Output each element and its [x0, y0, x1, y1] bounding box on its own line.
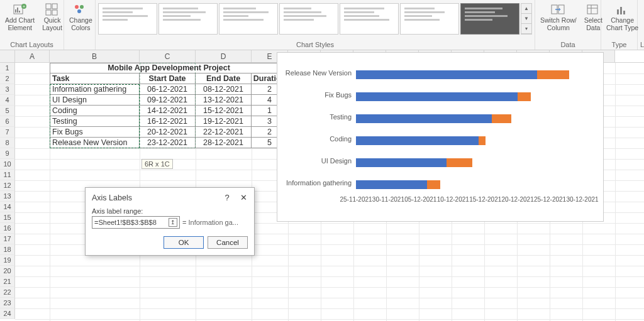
table-cell[interactable]: 08-12-2021: [196, 84, 252, 95]
select-all-corner[interactable]: [0, 50, 15, 63]
switch-icon: [550, 3, 567, 16]
row-header[interactable]: 19: [0, 255, 15, 266]
table-cell[interactable]: Fix Bugs: [50, 127, 140, 138]
table-cell[interactable]: 13-12-2021: [196, 95, 252, 106]
worksheet[interactable]: ABCDEFGHIJKLMNO 123456789101112131415161…: [0, 50, 644, 321]
row-header[interactable]: 15: [0, 212, 15, 223]
style-thumb[interactable]: [279, 3, 338, 35]
row-header[interactable]: 17: [0, 234, 15, 244]
move-chart-button[interactable]: Mo Ch: [640, 1, 644, 33]
quick-layout-button[interactable]: Quick Layout: [40, 1, 65, 33]
table-cell[interactable]: 06-12-2021: [140, 84, 196, 95]
table-cell[interactable]: Testing: [50, 116, 140, 127]
row-header[interactable]: 1: [0, 63, 15, 73]
row-header[interactable]: 16: [0, 223, 15, 234]
ok-button[interactable]: OK: [164, 236, 204, 249]
table-cell[interactable]: 16-12-2021: [140, 116, 196, 127]
ribbon: + Add Chart Element Quick Layout Chart L…: [0, 0, 644, 50]
cancel-button[interactable]: Cancel: [208, 236, 248, 249]
table-cell[interactable]: 22-12-2021: [196, 127, 252, 138]
svg-point-11: [80, 5, 84, 9]
chart-bar-segment[interactable]: [356, 136, 479, 145]
table-cell[interactable]: 23-12-2021: [140, 138, 196, 148]
table-cell[interactable]: 28-12-2021: [196, 138, 252, 148]
row-header[interactable]: 10: [0, 159, 15, 170]
chart-bar-segment[interactable]: [356, 70, 537, 79]
chart-style-gallery[interactable]: ▲▼▾: [98, 1, 532, 35]
gallery-scroll[interactable]: ▲▼▾: [521, 3, 532, 35]
dialog-close-button[interactable]: ✕: [239, 193, 248, 202]
svg-text:+: +: [23, 4, 25, 9]
table-header-cell[interactable]: Start Date: [140, 73, 196, 84]
row-header[interactable]: 21: [0, 276, 15, 287]
row-header[interactable]: 6: [0, 116, 15, 127]
chart-tick-label: 10-12-2021: [437, 196, 469, 203]
style-thumb[interactable]: [340, 3, 399, 35]
row-header[interactable]: 3: [0, 84, 15, 95]
row-header[interactable]: 14: [0, 202, 15, 212]
svg-rect-9: [52, 10, 57, 15]
chart-bar-segment[interactable]: [356, 158, 447, 167]
axis-range-preview: = Information ga...: [182, 219, 238, 226]
style-thumb-selected[interactable]: [460, 3, 519, 35]
chart-bar-segment[interactable]: [518, 92, 531, 101]
dialog-help-button[interactable]: ?: [223, 193, 231, 202]
style-thumb[interactable]: [98, 3, 157, 35]
table-cell[interactable]: 15-12-2021: [196, 106, 252, 116]
svg-point-10: [75, 5, 79, 9]
row-header[interactable]: 18: [0, 244, 15, 255]
change-chart-type-button[interactable]: Change Chart Type: [604, 1, 641, 33]
change-colors-button[interactable]: Change Colors: [67, 1, 95, 33]
selection-size-tooltip: 6R x 1C: [142, 159, 173, 169]
style-thumb[interactable]: [219, 3, 278, 35]
chart-bar-segment[interactable]: [537, 70, 569, 79]
embedded-chart[interactable]: Release New VersionFix BugsTestingCoding…: [277, 52, 604, 222]
chart-bar-segment[interactable]: [427, 180, 440, 189]
column-header[interactable]: B: [50, 50, 140, 62]
group-label-chart-layouts: Chart Layouts: [3, 40, 61, 50]
row-header[interactable]: 7: [0, 127, 15, 138]
row-header[interactable]: 22: [0, 287, 15, 298]
table-cell[interactable]: 20-12-2021: [140, 127, 196, 138]
chart-category-label: Coding: [330, 135, 352, 143]
chart-tick-label: 25-11-2021: [340, 196, 372, 203]
row-header[interactable]: 4: [0, 95, 15, 106]
axis-range-label: Axis label range:: [92, 207, 248, 215]
table-cell[interactable]: UI Design: [50, 95, 140, 106]
row-header[interactable]: 8: [0, 138, 15, 148]
svg-point-12: [77, 9, 81, 13]
chart-bar-segment[interactable]: [356, 92, 518, 101]
table-header-cell[interactable]: Task: [50, 73, 140, 84]
table-cell[interactable]: Information gathering: [50, 84, 140, 95]
switch-row-column-button[interactable]: Switch Row/ Column: [538, 1, 579, 33]
chart-bar-segment[interactable]: [479, 136, 485, 145]
table-cell[interactable]: Release New Version: [50, 138, 140, 148]
row-header[interactable]: 20: [0, 266, 15, 276]
chart-bar-segment[interactable]: [356, 180, 427, 189]
row-header[interactable]: 2: [0, 73, 15, 84]
row-header[interactable]: 5: [0, 106, 15, 116]
table-cell[interactable]: 09-12-2021: [140, 95, 196, 106]
chart-bar-segment[interactable]: [356, 114, 492, 123]
table-cell[interactable]: Coding: [50, 106, 140, 116]
row-header[interactable]: 12: [0, 180, 15, 191]
row-header[interactable]: 11: [0, 170, 15, 180]
column-header[interactable]: C: [140, 50, 196, 62]
table-header-cell[interactable]: End Date: [196, 73, 252, 84]
table-cell[interactable]: 14-12-2021: [140, 106, 196, 116]
column-header[interactable]: A: [15, 50, 50, 62]
collapse-dialog-icon[interactable]: ↥: [169, 218, 177, 227]
row-header[interactable]: 9: [0, 148, 15, 159]
chart-bar-segment[interactable]: [492, 114, 511, 123]
row-headers[interactable]: 123456789101112131415161718192021222324: [0, 63, 15, 319]
style-thumb[interactable]: [400, 3, 459, 35]
chart-bar-segment[interactable]: [447, 158, 472, 167]
row-header[interactable]: 24: [0, 308, 15, 319]
row-header[interactable]: 13: [0, 191, 15, 202]
axis-range-input[interactable]: =Sheet1!$B$3:$B$8 ↥: [92, 216, 180, 229]
column-header[interactable]: D: [196, 50, 252, 62]
style-thumb[interactable]: [158, 3, 218, 35]
table-cell[interactable]: 19-12-2021: [196, 116, 252, 127]
row-header[interactable]: 23: [0, 298, 15, 308]
add-chart-element-button[interactable]: + Add Chart Element: [3, 1, 37, 33]
